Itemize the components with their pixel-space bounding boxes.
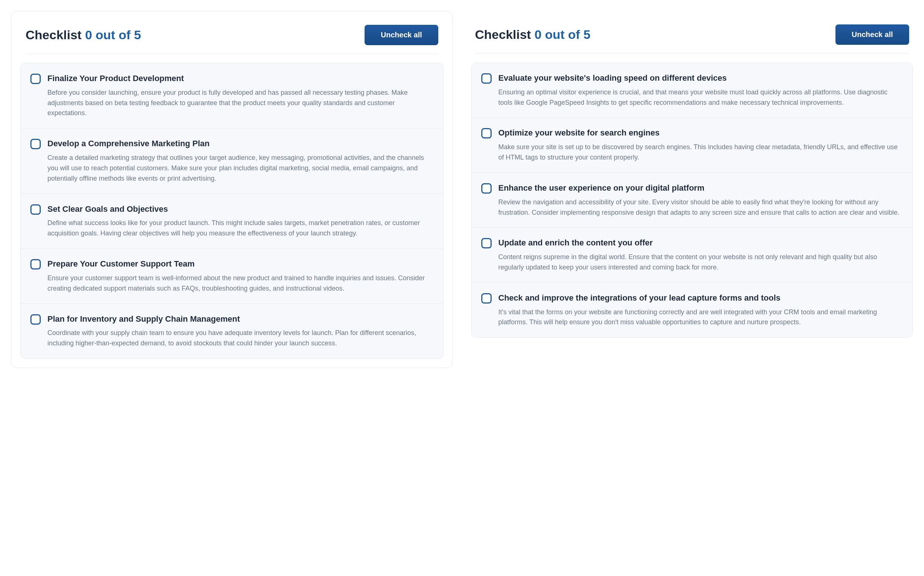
checklist-card-left: Checklist 0 out of 5 Uncheck all Finaliz… (11, 11, 453, 368)
item-title: Develop a Comprehensive Marketing Plan (47, 138, 433, 149)
checklist-item: Set Clear Goals and Objectives Define wh… (21, 194, 443, 249)
left-column: Checklist 0 out of 5 Uncheck all Finaliz… (11, 11, 453, 368)
checklist-item: Enhance the user experience on your digi… (472, 173, 913, 228)
title-count: 0 out of 5 (85, 28, 141, 42)
items-container: Finalize Your Product Development Before… (11, 63, 452, 368)
header-divider (26, 53, 438, 54)
card-header: Checklist 0 out of 5 Uncheck all (471, 11, 913, 53)
item-title: Check and improve the integrations of yo… (498, 293, 903, 304)
title-count: 0 out of 5 (534, 27, 590, 42)
item-description: It's vital that the forms on your websit… (498, 307, 903, 328)
item-description: Define what success looks like for your … (47, 218, 433, 239)
checklist-item: Plan for Inventory and Supply Chain Mana… (21, 304, 443, 358)
item-body: Enhance the user experience on your digi… (498, 182, 903, 218)
item-description: Before you consider launching, ensure yo… (47, 88, 433, 119)
item-body: Update and enrich the content you offer … (498, 237, 903, 272)
checkbox[interactable] (30, 204, 41, 215)
checklist-title: Checklist 0 out of 5 (475, 27, 590, 42)
checkbox[interactable] (30, 314, 41, 325)
card-header: Checklist 0 out of 5 Uncheck all (11, 11, 452, 53)
item-title: Finalize Your Product Development (47, 73, 433, 84)
checklist-item: Check and improve the integrations of yo… (472, 283, 913, 337)
items-container: Evaluate your website's loading speed on… (471, 62, 913, 347)
item-title: Plan for Inventory and Supply Chain Mana… (47, 314, 433, 325)
item-description: Make sure your site is set up to be disc… (498, 142, 903, 163)
items-wrap: Evaluate your website's loading speed on… (471, 62, 913, 338)
checkbox[interactable] (481, 73, 492, 84)
item-body: Evaluate your website's loading speed on… (498, 72, 903, 108)
checklist-card-right: Checklist 0 out of 5 Uncheck all Evaluat… (471, 11, 913, 347)
title-prefix: Checklist (475, 27, 534, 42)
checkbox[interactable] (30, 74, 41, 84)
item-description: Ensuring an optimal visitor experience i… (498, 87, 903, 108)
checklist-item: Finalize Your Product Development Before… (21, 63, 443, 128)
checkbox[interactable] (481, 183, 492, 194)
checklist-item: Optimize your website for search engines… (472, 118, 913, 173)
checkbox[interactable] (481, 238, 492, 248)
item-body: Plan for Inventory and Supply Chain Mana… (47, 314, 433, 349)
item-description: Review the navigation and accessibility … (498, 197, 903, 218)
uncheck-all-button[interactable]: Uncheck all (364, 25, 438, 45)
item-title: Evaluate your website's loading speed on… (498, 72, 903, 84)
item-title: Optimize your website for search engines (498, 127, 903, 138)
item-body: Set Clear Goals and Objectives Define wh… (47, 203, 433, 239)
checkbox[interactable] (30, 259, 41, 269)
checklist-title: Checklist 0 out of 5 (26, 28, 141, 42)
right-column: Checklist 0 out of 5 Uncheck all Evaluat… (471, 11, 913, 368)
checklist-item: Prepare Your Customer Support Team Ensur… (21, 249, 443, 304)
item-body: Develop a Comprehensive Marketing Plan C… (47, 138, 433, 184)
item-body: Optimize your website for search engines… (498, 127, 903, 163)
item-description: Ensure your customer support team is wel… (47, 273, 433, 294)
item-body: Check and improve the integrations of yo… (498, 293, 903, 328)
item-title: Set Clear Goals and Objectives (47, 203, 433, 215)
item-description: Create a detailed marketing strategy tha… (47, 153, 433, 184)
item-title: Enhance the user experience on your digi… (498, 182, 903, 194)
checkbox[interactable] (481, 128, 492, 138)
item-description: Coordinate with your supply chain team t… (47, 328, 433, 349)
items-wrap: Finalize Your Product Development Before… (20, 63, 443, 359)
checklist-item: Update and enrich the content you offer … (472, 228, 913, 282)
checkbox[interactable] (481, 293, 492, 304)
title-prefix: Checklist (26, 28, 85, 42)
item-title: Update and enrich the content you offer (498, 237, 903, 248)
checklist-item: Evaluate your website's loading speed on… (472, 63, 913, 118)
header-divider (475, 53, 909, 54)
item-description: Content reigns supreme in the digital wo… (498, 252, 903, 273)
item-body: Prepare Your Customer Support Team Ensur… (47, 258, 433, 294)
item-title: Prepare Your Customer Support Team (47, 258, 433, 269)
checklist-item: Develop a Comprehensive Marketing Plan C… (21, 128, 443, 194)
item-body: Finalize Your Product Development Before… (47, 73, 433, 118)
uncheck-all-button[interactable]: Uncheck all (836, 24, 909, 45)
checkbox[interactable] (30, 139, 41, 149)
two-column-layout: Checklist 0 out of 5 Uncheck all Finaliz… (11, 11, 913, 368)
